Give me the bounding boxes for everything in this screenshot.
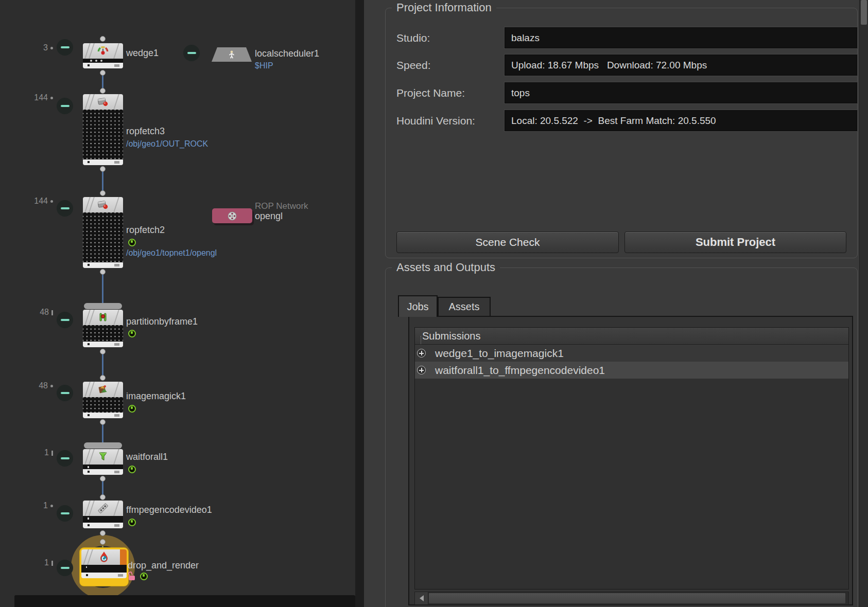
tab-assets[interactable]: Assets (438, 297, 491, 317)
input-connector[interactable] (100, 190, 106, 196)
count-marker (50, 200, 53, 203)
field-row-project-name: Project Name: tops (396, 82, 846, 103)
vertical-scrollbar-thumb[interactable] (861, 0, 867, 25)
input-connector[interactable] (100, 539, 106, 545)
workitem-count-ffmpegencodevideo1: 1 (14, 501, 53, 510)
node-label: ropfetch3 (126, 126, 165, 137)
node-label: partitionbyframe1 (126, 316, 198, 327)
node-localscheduler1[interactable] (212, 47, 252, 62)
submissions-tree[interactable]: Submissions wedge1_to_imagemagick1 waitf… (414, 327, 849, 590)
workitem-count-drop_and_render: 1 (14, 558, 53, 567)
wire-ropfetch3-ropfetch2 (102, 169, 103, 193)
bypass-badge-drop_and_render[interactable] (57, 560, 73, 576)
jobs-tab-pane: Submissions wedge1_to_imagemagick1 waitf… (408, 316, 853, 605)
project-information-group: Project Information Studio: balazs Speed… (385, 8, 858, 258)
count-marker (50, 97, 53, 99)
count-marker (51, 451, 53, 456)
houdini-window: 3 wedge1 loca (0, 0, 868, 607)
wait-for-all-icon (97, 450, 109, 463)
wire-ropfetch2-partition (102, 272, 103, 303)
node-label: ffmpegencodevideo1 (126, 505, 212, 515)
node-label: waitforall1 (126, 452, 168, 462)
ropfetch-icon (96, 95, 110, 109)
partition-by-frame-icon (97, 311, 109, 324)
workitem-count-wedge1: 3 (14, 43, 53, 52)
horizontal-scrollbar[interactable] (414, 592, 849, 605)
ffmpeg-filmstrip-icon (96, 502, 110, 515)
node-ropfetch3[interactable] (83, 94, 123, 165)
node-imagemagick1[interactable] (83, 382, 123, 418)
bypass-badge-wedge1[interactable] (57, 39, 73, 56)
submit-project-button[interactable]: Submit Project (624, 231, 846, 253)
output-connector[interactable] (100, 349, 106, 354)
project-name-field[interactable]: tops (505, 82, 857, 103)
input-connector[interactable] (100, 36, 106, 42)
output-connector[interactable] (100, 269, 106, 275)
field-row-speed: Speed: Upload: 18.67 Mbps Download: 72.0… (396, 55, 846, 76)
group-title: Project Information (392, 1, 496, 14)
node-type-label: ROP Network (255, 201, 308, 211)
node-opengl-ropnetwork[interactable] (212, 208, 252, 223)
vertical-scrollbar[interactable] (859, 0, 868, 607)
field-row-studio: Studio: balazs (396, 27, 846, 48)
input-connector[interactable] (100, 88, 106, 94)
bypass-badge-localscheduler1[interactable] (183, 45, 200, 61)
workitem-count-partitionbyframe1: 48 (14, 308, 53, 317)
scheduler-icon (226, 49, 237, 60)
node-label: localscheduler1 (255, 48, 319, 59)
node-label: imagemagick1 (126, 391, 186, 402)
input-connector[interactable] (100, 494, 106, 500)
count-marker (50, 385, 53, 387)
count-marker (50, 505, 53, 507)
node-waitforall1[interactable] (83, 449, 123, 475)
node-wedge1[interactable] (83, 43, 123, 68)
submissions-column-header[interactable]: Submissions (415, 328, 848, 345)
bypass-badge-waitforall1[interactable] (57, 450, 73, 467)
bypass-badge-ffmpegencodevideo1[interactable] (57, 505, 73, 522)
drop-render-icon (97, 550, 111, 564)
field-row-houdini-version: Houdini Version: Local: 20.5.522 -> Best… (396, 110, 846, 131)
workitem-count-waitforall1: 1 (14, 448, 53, 457)
tree-row-wedge1_to_imagemagick1[interactable]: wedge1_to_imagemagick1 (415, 345, 848, 362)
houdini-version-field[interactable]: Local: 20.5.522 -> Best Farm Match: 20.5… (505, 110, 857, 131)
node-drop_and_render-selected[interactable] (80, 548, 128, 586)
bypass-badge-partitionbyframe1[interactable] (57, 312, 73, 328)
node-partitionbyframe1[interactable] (83, 310, 123, 347)
scroll-left-arrow-icon (420, 595, 424, 601)
submitter-panel: Project Information Studio: balazs Speed… (364, 0, 868, 607)
speed-field[interactable]: Upload: 18.67 Mbps Download: 72.00 Mbps (505, 55, 857, 76)
output-connector[interactable] (100, 70, 106, 76)
count-marker (50, 47, 53, 49)
horizontal-scrollbar-thumb[interactable] (428, 593, 846, 604)
bypass-badge-ropfetch3[interactable] (57, 98, 73, 114)
output-connector[interactable] (100, 476, 106, 481)
scene-check-button[interactable]: Scene Check (396, 231, 619, 253)
output-connector[interactable] (100, 166, 106, 172)
cooked-status-icon (140, 573, 148, 580)
cooked-status-icon (128, 239, 136, 246)
node-ropfetch2[interactable] (83, 197, 123, 268)
top-network-editor[interactable]: 3 wedge1 loca (0, 0, 355, 607)
rop-path-link[interactable]: /obj/geo1/topnet1/opengl (126, 248, 217, 258)
node-ffmpegencodevideo1[interactable] (83, 501, 123, 528)
expand-plus-icon[interactable] (417, 366, 426, 374)
scroll-left-button[interactable] (415, 592, 428, 604)
ropfetch-icon (96, 198, 110, 211)
expand-plus-icon[interactable] (417, 349, 426, 358)
scheduler-path-link[interactable]: $HIP (255, 61, 273, 70)
output-connector[interactable] (100, 530, 106, 536)
unlocked-icon (128, 572, 136, 580)
input-connector[interactable] (100, 375, 106, 381)
output-connector[interactable] (100, 419, 106, 425)
wire-partition-imagemagick (102, 351, 103, 378)
bypass-badge-imagemagick1[interactable] (57, 385, 73, 401)
cooked-status-icon (128, 466, 136, 473)
tab-jobs[interactable]: Jobs (398, 295, 438, 317)
film-reel-icon (226, 210, 238, 222)
studio-field[interactable]: balazs (505, 27, 857, 48)
speed-label: Speed: (396, 55, 431, 76)
tree-row-waitforall1_to_ffmpegencodevideo1[interactable]: waitforall1_to_ffmpegencodevideo1 (415, 362, 848, 379)
bypass-badge-ropfetch2[interactable] (57, 200, 73, 217)
workitem-count-ropfetch2: 144 (14, 197, 53, 206)
rop-path-link[interactable]: /obj/geo1/OUT_ROCK (126, 139, 208, 149)
